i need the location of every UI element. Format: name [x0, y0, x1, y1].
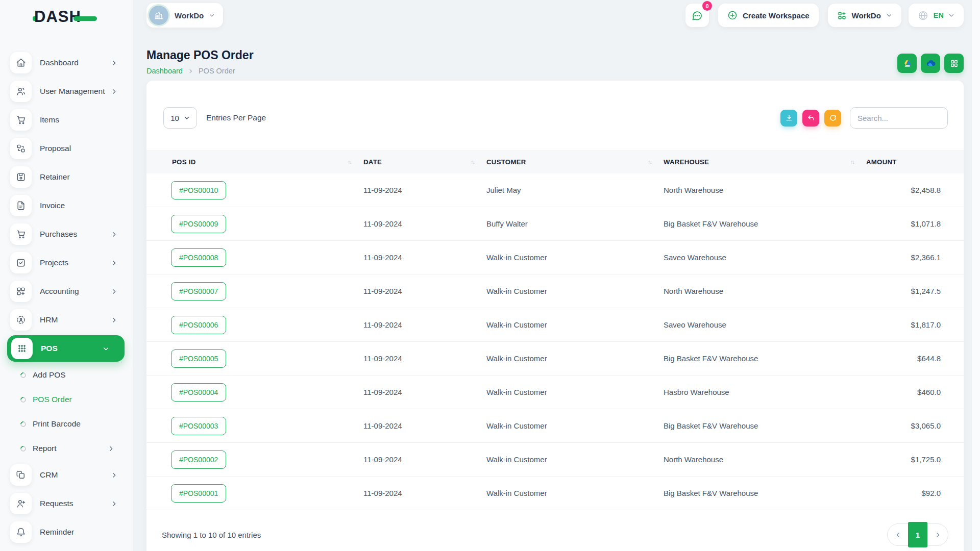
pos-id-badge[interactable]: #POS00004	[171, 383, 226, 402]
sidebar-item-user-management[interactable]: User Management	[0, 77, 133, 106]
pagination-prev-button[interactable]	[888, 523, 908, 546]
sidebar-item-print-barcode[interactable]: Print Barcode	[0, 412, 133, 436]
order-amount: $1,247.5	[866, 287, 964, 295]
pos-id-badge[interactable]: #POS00009	[171, 215, 226, 233]
workspace-name: WorkDo	[175, 11, 204, 20]
sidebar-item-pos[interactable]: POS	[7, 335, 125, 362]
page-scrollbar[interactable]	[971, 0, 980, 551]
pos-id-badge[interactable]: #POS00008	[171, 248, 226, 267]
workdo-menu-button[interactable]: WorkDo	[828, 4, 901, 27]
warehouse-name: North Warehouse	[664, 186, 866, 194]
pos-id-badge[interactable]: #POS00010	[171, 181, 226, 199]
pos-id-badge[interactable]: #POS00007	[171, 282, 226, 300]
order-date: 11-09-2024	[363, 253, 486, 262]
sidebar-item-dashboard[interactable]: Dashboard	[0, 48, 133, 77]
sidebar-item-items[interactable]: Items	[0, 106, 133, 134]
order-amount: $92.0	[866, 489, 964, 497]
order-date: 11-09-2024	[363, 388, 486, 396]
sidebar-item-report[interactable]: Report	[0, 436, 133, 461]
order-amount: $2,366.1	[866, 253, 964, 262]
pagination-next-button[interactable]	[927, 523, 948, 546]
save-icon	[10, 166, 32, 188]
language-selector[interactable]: EN	[909, 4, 964, 27]
chevron-right-icon	[108, 445, 114, 452]
column-header-warehouse[interactable]: WAREHOUSE↑↓	[664, 158, 866, 166]
order-amount: $1,725.0	[866, 455, 964, 464]
customer-name: Walk-in Customer	[486, 455, 664, 464]
table-controls: 10 Entries Per Page	[163, 107, 948, 129]
column-header-customer[interactable]: CUSTOMER↑↓	[486, 158, 664, 166]
sidebar-item-retainer[interactable]: Retainer	[0, 163, 133, 191]
messages-button[interactable]: 0	[685, 4, 709, 27]
language-code: EN	[934, 11, 944, 19]
pos-id-badge[interactable]: #POS00002	[171, 450, 226, 469]
users-icon	[10, 81, 32, 102]
sidebar-item-label: Projects	[40, 258, 68, 267]
grid-view-button[interactable]	[944, 54, 964, 73]
sidebar-item-purchases[interactable]: Purchases	[0, 220, 133, 248]
customer-name: Walk-in Customer	[486, 421, 664, 430]
warehouse-name: Big Basket F&V Warehouse	[664, 489, 866, 497]
sidebar-item-hrm[interactable]: HRM	[0, 306, 133, 334]
page-header: Manage POS Order Dashboard POS Order	[146, 48, 964, 75]
dash-logo[interactable]: DASH	[33, 8, 97, 26]
sidebar-item-label: Items	[40, 115, 59, 124]
entries-per-page-select[interactable]: 10	[163, 107, 197, 129]
sidebar-item-label: Purchases	[40, 230, 77, 239]
chevron-down-icon	[209, 12, 215, 18]
copy-icon	[10, 464, 32, 486]
sidebar-item-requests[interactable]: Requests	[0, 489, 133, 518]
chevron-right-icon	[111, 88, 117, 95]
pos-id-badge[interactable]: #POS00003	[171, 417, 226, 435]
file-text-icon	[10, 195, 32, 216]
onedrive-button[interactable]	[921, 54, 940, 73]
order-date: 11-09-2024	[363, 186, 486, 194]
sidebar-item-label: CRM	[40, 470, 58, 480]
reset-button[interactable]	[802, 110, 819, 127]
pos-id-badge[interactable]: #POS00005	[171, 349, 226, 368]
sidebar-item-projects[interactable]: Projects	[0, 248, 133, 277]
chevron-right-icon	[188, 68, 193, 74]
chat-icon	[691, 10, 703, 21]
export-download-button[interactable]	[780, 110, 797, 127]
sidebar-item-add-pos[interactable]: Add POS	[0, 363, 133, 387]
sidebar-item-label: Requests	[40, 499, 73, 508]
sidebar-item-crm[interactable]: CRM	[0, 461, 133, 489]
column-header-amount[interactable]: AMOUNT	[866, 158, 964, 166]
table-row: #POS00004 11-09-2024 Walk-in Customer Ha…	[146, 375, 964, 409]
column-header-pos-id[interactable]: POS ID↑↓	[146, 158, 363, 166]
pos-id-badge[interactable]: #POS00006	[171, 316, 226, 334]
sidebar-item-reminder[interactable]: Reminder	[0, 518, 133, 546]
sidebar-item-invoice[interactable]: Invoice	[0, 191, 133, 220]
breadcrumb-dashboard-link[interactable]: Dashboard	[146, 67, 183, 75]
customer-name: Walk-in Customer	[486, 489, 664, 497]
column-header-date[interactable]: DATE↑↓	[363, 158, 486, 166]
page-title: Manage POS Order	[146, 48, 964, 62]
sidebar-item-label: POS	[41, 344, 58, 353]
create-workspace-button[interactable]: Create Workspace	[718, 4, 819, 27]
refresh-button[interactable]	[824, 110, 841, 127]
table-footer: Showing 1 to 10 of 10 entries 1	[162, 523, 948, 546]
chevron-left-icon	[895, 532, 901, 538]
order-date: 11-09-2024	[363, 320, 486, 329]
sidebar-item-pos-order[interactable]: POS Order	[0, 387, 133, 412]
globe-icon	[918, 10, 928, 21]
sidebar-item-label: HRM	[40, 315, 58, 324]
sidebar-item-proposal[interactable]: Proposal	[0, 134, 133, 163]
table-row: #POS00005 11-09-2024 Walk-in Customer Bi…	[146, 342, 964, 375]
search-input[interactable]	[850, 107, 948, 129]
google-drive-button[interactable]	[897, 54, 917, 73]
sidebar-item-accounting[interactable]: Accounting	[0, 277, 133, 306]
warehouse-name: North Warehouse	[664, 455, 866, 464]
workspace-selector[interactable]: WorkDo	[146, 3, 223, 28]
user-plus-icon	[10, 493, 32, 514]
pos-id-badge[interactable]: #POS00001	[171, 484, 226, 503]
chevron-right-icon	[111, 60, 117, 66]
breadcrumb: Dashboard POS Order	[146, 67, 964, 75]
warehouse-name: Big Basket F&V Warehouse	[664, 354, 866, 363]
sidebar-item-label: Retainer	[40, 172, 70, 182]
pagination-page-1[interactable]: 1	[908, 522, 927, 547]
sidebar-item-label: Dashboard	[40, 58, 79, 67]
bullet-icon	[19, 420, 27, 428]
warehouse-name: Big Basket F&V Warehouse	[664, 219, 866, 228]
